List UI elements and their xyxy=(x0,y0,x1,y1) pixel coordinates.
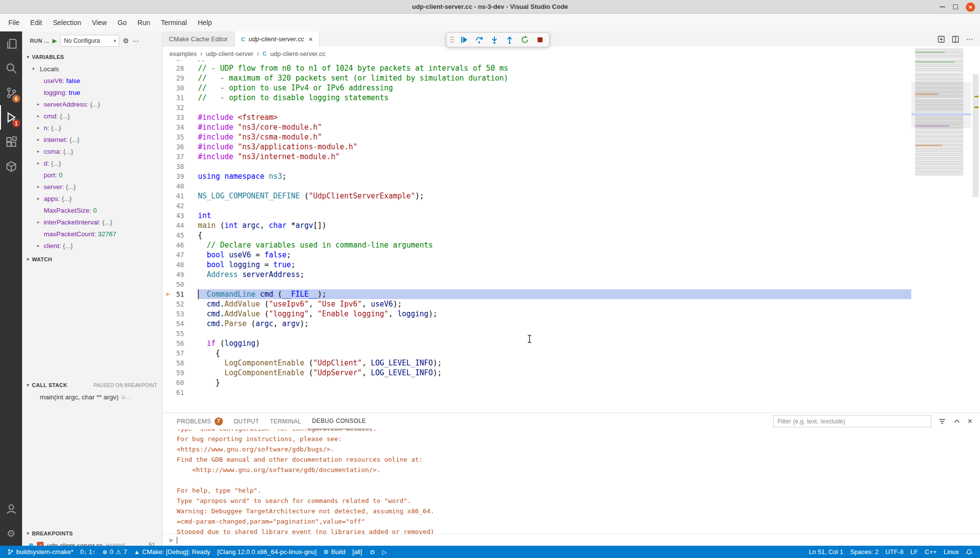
code-line[interactable]: 58 LogComponentEnable ("UdpClient", LOG_… xyxy=(163,358,911,368)
line-number[interactable]: 29 xyxy=(163,73,184,83)
console-input-row[interactable]: > xyxy=(163,534,980,546)
step-out-button[interactable] xyxy=(504,34,515,45)
line-number[interactable]: 59 xyxy=(163,368,184,378)
scope-row-locals[interactable]: ▾ Locals xyxy=(22,63,162,75)
chevron-right-icon[interactable]: ▸ xyxy=(35,196,42,201)
open-changes-icon[interactable] xyxy=(937,35,945,43)
line-number[interactable]: 33 xyxy=(163,112,184,122)
menu-run[interactable]: Run xyxy=(132,16,156,29)
tab-debug-console[interactable]: DEBUG CONSOLE xyxy=(307,413,372,429)
code-line[interactable]: 38 xyxy=(163,162,911,171)
code-line[interactable]: 60 } xyxy=(163,378,911,388)
code-text[interactable]: // - option to disable logging statement… xyxy=(198,93,911,103)
line-number[interactable]: 48 xyxy=(163,260,184,270)
line-number[interactable]: 38 xyxy=(163,162,184,171)
code-text[interactable]: // - UDP flow from n0 to n1 of 1024 byte… xyxy=(198,63,911,73)
continue-button[interactable] xyxy=(459,34,469,45)
code-text[interactable]: CommandLine cmd (__FILE__); xyxy=(198,289,911,299)
tab-udp-client-server[interactable]: C udp-client-server.cc × xyxy=(235,31,320,47)
code-text[interactable]: if (logging) xyxy=(198,338,911,348)
breakpoint-checkbox[interactable]: ✓ xyxy=(37,542,44,546)
line-number[interactable]: 52 xyxy=(163,299,184,309)
debug-gear-icon[interactable]: ⚙ xyxy=(123,37,129,45)
call-stack-section-header[interactable]: ▾ CALL STACK PAUSED ON BREAKPOINT xyxy=(22,379,162,391)
chevron-right-icon[interactable]: ▸ xyxy=(35,220,42,224)
code-text[interactable]: cmd.AddValue ("useIpv6", "Use Ipv6", use… xyxy=(198,299,911,309)
code-text[interactable]: #include "ns3/core-module.h" xyxy=(198,122,911,132)
line-number[interactable]: 43 xyxy=(163,211,184,221)
line-number[interactable]: 60 xyxy=(163,378,184,388)
breadcrumb-udp-client-server[interactable]: udp-client-server xyxy=(206,50,253,57)
code-line[interactable]: 40 xyxy=(163,181,911,191)
line-number[interactable]: 56 xyxy=(163,338,184,348)
line-number[interactable]: 54 xyxy=(163,319,184,329)
tab-output[interactable]: OUTPUT xyxy=(228,413,265,429)
code-text[interactable]: { xyxy=(198,348,911,358)
status-sync[interactable]: 0↓ 1↑ xyxy=(77,546,99,558)
line-number[interactable]: 30 xyxy=(163,83,184,93)
code-text[interactable] xyxy=(198,329,911,338)
variable-row[interactable]: port: 0 xyxy=(22,169,162,181)
line-number[interactable]: 34 xyxy=(163,122,184,132)
run-and-debug-icon[interactable]: 1 xyxy=(0,105,22,130)
line-number[interactable]: 36 xyxy=(163,142,184,152)
variable-row[interactable]: ▸csma: {...} xyxy=(22,145,162,157)
menu-edit[interactable]: Edit xyxy=(25,16,48,29)
code-line[interactable]: 49 Address serverAddress; xyxy=(163,270,911,279)
code-text[interactable]: Address serverAddress; xyxy=(198,270,911,279)
code-line[interactable]: 45{ xyxy=(163,230,911,240)
breadcrumb-examples[interactable]: examples xyxy=(169,50,197,57)
code-line[interactable]: 34#include "ns3/core-module.h" xyxy=(163,122,911,132)
breadcrumb-file[interactable]: udp-client-server.cc xyxy=(270,50,326,57)
code-text[interactable]: } xyxy=(198,378,911,388)
status-build-target[interactable]: [all] xyxy=(349,546,365,558)
variable-row[interactable]: ▸cmd: {...} xyxy=(22,110,162,122)
line-number[interactable]: 40 xyxy=(163,181,184,191)
line-number[interactable]: 35 xyxy=(163,132,184,142)
code-text[interactable] xyxy=(198,181,911,191)
close-panel-icon[interactable]: × xyxy=(968,417,972,426)
code-text[interactable]: bool logging = true; xyxy=(198,260,911,270)
variable-row[interactable]: ▸server: {...} xyxy=(22,181,162,193)
code-text[interactable]: // Declare variables used in command-lin… xyxy=(198,240,911,250)
close-button[interactable]: × xyxy=(966,2,975,12)
chevron-right-icon[interactable]: ▸ xyxy=(35,113,42,118)
menu-help[interactable]: Help xyxy=(192,16,218,29)
debug-config-dropdown[interactable]: No Configura ▾ xyxy=(60,35,119,47)
status-branch[interactable]: buildsystem-cmake* xyxy=(4,546,77,558)
status-indentation[interactable]: Spaces: 2 xyxy=(847,548,882,556)
line-number[interactable]: 45 xyxy=(163,230,184,240)
code-line[interactable]: 52 cmd.AddValue ("useIpv6", "Use Ipv6", … xyxy=(163,299,911,309)
code-line[interactable]: 39using namespace ns3; xyxy=(163,171,911,181)
status-os[interactable]: Linux xyxy=(940,548,962,556)
extensions-icon[interactable] xyxy=(0,130,22,154)
chevron-right-icon[interactable]: ▸ xyxy=(35,137,42,142)
code-text[interactable]: NS_LOG_COMPONENT_DEFINE ("UdpClientServe… xyxy=(198,191,911,201)
code-text[interactable]: #include <fstream> xyxy=(198,112,911,122)
code-line[interactable]: 44main (int argc, char *argv[]) xyxy=(163,221,911,230)
status-encoding[interactable]: UTF-8 xyxy=(882,548,907,556)
menu-view[interactable]: View xyxy=(86,16,112,29)
variable-row[interactable]: ▸serverAddress: {...} xyxy=(22,98,162,110)
code-line[interactable]: 41NS_LOG_COMPONENT_DEFINE ("UdpClientSer… xyxy=(163,191,911,201)
variable-row[interactable]: ▸n: {...} xyxy=(22,122,162,134)
menu-terminal[interactable]: Terminal xyxy=(156,16,192,29)
line-number[interactable]: 32 xyxy=(163,103,184,112)
chevron-right-icon[interactable]: ▸ xyxy=(35,102,42,107)
code-text[interactable]: // - option to use IPv4 or IPv6 addressi… xyxy=(198,83,911,93)
code-text[interactable]: main (int argc, char *argv[]) xyxy=(198,221,911,230)
line-number[interactable]: 49 xyxy=(163,270,184,279)
settings-gear-icon[interactable]: ⚙ xyxy=(0,521,22,546)
line-number[interactable]: 46 xyxy=(163,240,184,250)
code-text[interactable]: cmd.AddValue ("logging", "Enable logging… xyxy=(198,309,911,319)
code-line[interactable]: 43int xyxy=(163,211,911,221)
line-number[interactable]: 44 xyxy=(163,221,184,230)
status-problems[interactable]: ⊗ 0 ⚠ 7 xyxy=(99,546,130,558)
line-number[interactable]: 37 xyxy=(163,152,184,162)
code-text[interactable]: { xyxy=(198,230,911,240)
code-line[interactable]: 46 // Declare variables used in command-… xyxy=(163,240,911,250)
step-into-button[interactable] xyxy=(489,34,500,45)
line-number[interactable]: 61 xyxy=(163,388,184,397)
status-notifications[interactable] xyxy=(962,549,976,556)
watch-section-header[interactable]: ▾ WATCH xyxy=(22,253,162,265)
